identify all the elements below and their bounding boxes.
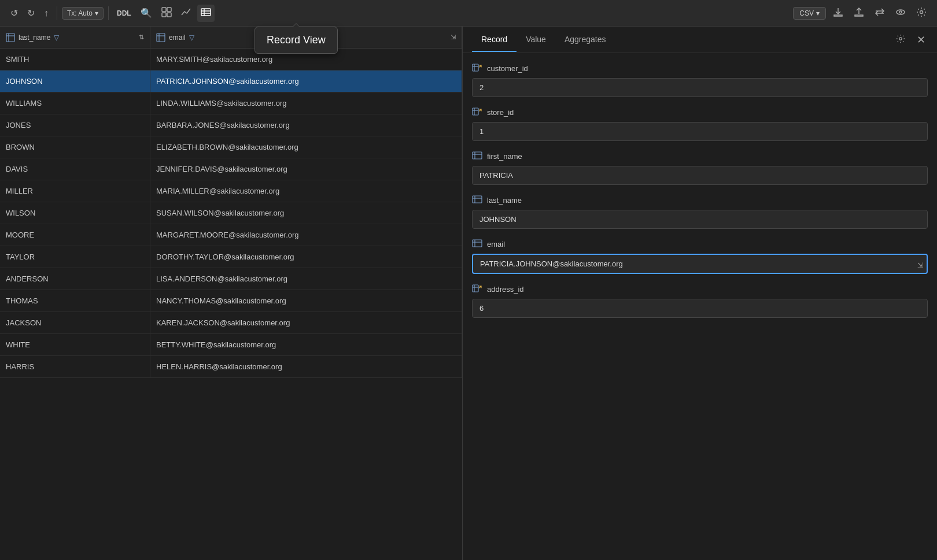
last-name-cell: HARRIS — [0, 356, 150, 377]
table-row[interactable]: JONES BARBARA.JONES@sakilacustomer.org — [0, 114, 462, 136]
email-cell: PATRICIA.JOHNSON@sakilacustomer.org — [150, 71, 462, 92]
svg-rect-24 — [473, 152, 482, 159]
record-view-button[interactable] — [197, 5, 215, 22]
field-name-address_id: address_id — [487, 285, 524, 294]
table-row[interactable]: DAVIS JENNIFER.DAVIS@sakilacustomer.org — [0, 158, 462, 180]
table-body: SMITH MARY.SMITH@sakilacustomer.org JOHN… — [0, 49, 462, 560]
record-field-last_name: last_name — [472, 194, 928, 229]
table-row[interactable]: WILSON SUSAN.WILSON@sakilacustomer.org — [0, 202, 462, 224]
close-icon: ✕ — [917, 34, 925, 46]
svg-rect-3 — [167, 13, 171, 17]
table-row[interactable]: HARRIS HELEN.HARRIS@sakilacustomer.org — [0, 356, 462, 378]
table-row[interactable]: MOORE MARGARET.MOORE@sakilacustomer.org — [0, 224, 462, 246]
tab-aggregates[interactable]: Aggregates — [555, 28, 615, 52]
separator-1 — [57, 6, 57, 20]
table-row[interactable]: WHITE BETTY.WHITE@sakilacustomer.org — [0, 334, 462, 356]
field-label-email: email — [472, 238, 928, 250]
svg-rect-30 — [473, 240, 482, 247]
svg-point-9 — [899, 11, 902, 13]
undo-button[interactable]: ↺ — [7, 5, 21, 21]
table-panel: last_name ▽ ⇅ email ▽ ⇲ SMITH M — [0, 27, 463, 560]
last-name-cell: BROWN — [0, 136, 150, 158]
last-name-cell: JOHNSON — [0, 71, 150, 92]
field-input-store_id[interactable] — [472, 122, 928, 141]
email-expand-icon[interactable]: ⇲ — [451, 34, 456, 41]
tab-actions: ✕ — [894, 31, 928, 49]
redo-button[interactable]: ↻ — [24, 5, 38, 21]
table-row[interactable]: JOHNSON PATRICIA.JOHNSON@sakilacustomer.… — [0, 71, 462, 92]
last-name-cell: WHITE — [0, 334, 150, 355]
svg-rect-4 — [201, 9, 211, 16]
field-input-wrap-address_id — [472, 299, 928, 318]
email-cell: JENNIFER.DAVIS@sakilacustomer.org — [150, 158, 462, 180]
transfer-button[interactable] — [871, 5, 888, 22]
record-tabs: Record Value Aggregates ✕ — [463, 27, 937, 53]
table-row[interactable]: SMITH MARY.SMITH@sakilacustomer.org — [0, 49, 462, 71]
eye-button[interactable] — [892, 5, 909, 22]
table-row[interactable]: JACKSON KAREN.JACKSON@sakilacustomer.org — [0, 312, 462, 334]
svg-point-8 — [897, 10, 905, 14]
last-name-cell: ANDERSON — [0, 268, 150, 290]
field-input-email[interactable] — [472, 254, 928, 274]
upload-button[interactable] — [850, 5, 868, 22]
record-close-button[interactable]: ✕ — [914, 31, 928, 49]
settings-button[interactable] — [913, 5, 930, 22]
svg-rect-1 — [167, 8, 171, 12]
field-name-first_name: first_name — [487, 152, 522, 161]
field-icon-first_name — [472, 150, 482, 162]
last-name-filter-icon[interactable]: ▽ — [54, 34, 59, 42]
email-cell: HELEN.HARRIS@sakilacustomer.org — [150, 356, 462, 377]
tx-label: Tx: Auto — [67, 9, 93, 17]
field-input-wrap-email: ⇲ — [472, 254, 928, 274]
search-button[interactable]: 🔍 — [137, 5, 156, 21]
last-name-col-label: last_name — [19, 34, 50, 42]
tab-record[interactable]: Record — [472, 28, 517, 52]
email-cell: MARGARET.MOORE@sakilacustomer.org — [150, 224, 462, 246]
email-cell: NANCY.THOMAS@sakilacustomer.org — [150, 290, 462, 311]
download-button[interactable] — [829, 5, 847, 22]
record-settings-button[interactable] — [894, 32, 908, 48]
undo-icon: ↺ — [10, 8, 18, 18]
eye-icon — [895, 7, 906, 20]
search-icon: 🔍 — [141, 8, 152, 18]
csv-dropdown[interactable]: CSV ▾ — [793, 7, 826, 20]
expand-field-button[interactable]: ⇲ — [917, 261, 923, 269]
up-button[interactable]: ↑ — [40, 6, 52, 21]
email-col-icon — [156, 33, 165, 42]
last-name-col-icon — [6, 33, 15, 42]
svg-rect-33 — [473, 285, 478, 292]
table-row[interactable]: MILLER MARIA.MILLER@sakilacustomer.org — [0, 180, 462, 202]
last-name-cell: JACKSON — [0, 312, 150, 333]
field-icon-address_id — [472, 283, 482, 295]
last-name-sort-icon[interactable]: ⇅ — [139, 34, 144, 41]
email-cell: LINDA.WILLIAMS@sakilacustomer.org — [150, 92, 462, 114]
field-input-first_name[interactable] — [472, 166, 928, 185]
gear-icon — [916, 7, 927, 20]
table-row[interactable]: BROWN ELIZABETH.BROWN@sakilacustomer.org — [0, 136, 462, 158]
field-input-last_name[interactable] — [472, 210, 928, 229]
tab-value[interactable]: Value — [517, 28, 555, 52]
last-name-cell: MILLER — [0, 180, 150, 202]
field-input-address_id[interactable] — [472, 299, 928, 318]
table-row[interactable]: ANDERSON LISA.ANDERSON@sakilacustomer.or… — [0, 268, 462, 290]
last-name-cell: SMITH — [0, 49, 150, 70]
email-cell: MARIA.MILLER@sakilacustomer.org — [150, 180, 462, 202]
field-input-customer_id[interactable] — [472, 78, 928, 97]
field-input-wrap-customer_id — [472, 78, 928, 97]
email-filter-icon[interactable]: ▽ — [189, 34, 194, 42]
tx-dropdown[interactable]: Tx: Auto ▾ — [62, 7, 104, 20]
table-row[interactable]: TAYLOR DOROTHY.TAYLOR@sakilacustomer.org — [0, 246, 462, 268]
ddl-button[interactable]: DDL — [113, 7, 135, 20]
table-row[interactable]: WILLIAMS LINDA.WILLIAMS@sakilacustomer.o… — [0, 92, 462, 114]
table-row[interactable]: THOMAS NANCY.THOMAS@sakilacustomer.org — [0, 290, 462, 312]
email-col-label: email — [169, 34, 186, 42]
field-label-first_name: first_name — [472, 150, 928, 162]
field-name-customer_id: customer_id — [487, 64, 528, 73]
last-name-cell: JONES — [0, 114, 150, 136]
field-name-email: email — [487, 240, 505, 249]
last-name-cell: TAYLOR — [0, 246, 150, 268]
chart-button[interactable] — [178, 5, 195, 22]
email-cell: KAREN.JACKSON@sakilacustomer.org — [150, 312, 462, 333]
download-icon — [833, 7, 843, 20]
grid-view-button[interactable] — [158, 5, 175, 22]
